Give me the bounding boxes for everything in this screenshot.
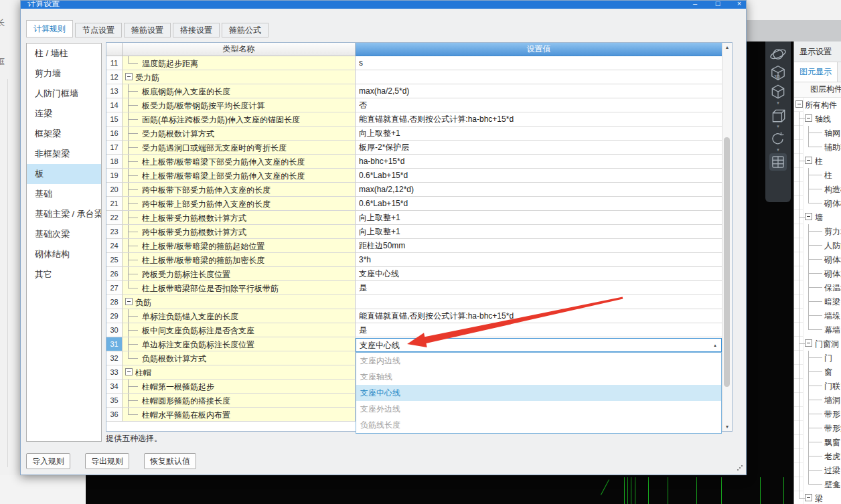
table-row[interactable]: 16 受力筋根数计算方式 向上取整+1 bbox=[106, 127, 722, 141]
tab[interactable]: 节点设置 bbox=[75, 23, 122, 37]
dropdown-option[interactable]: 支座外边线 bbox=[356, 401, 721, 417]
minimize-icon[interactable]: – bbox=[690, 1, 700, 7]
tree-item[interactable]: 人防门 bbox=[794, 238, 841, 252]
row-value-cell[interactable]: 向上取整+1 bbox=[356, 225, 722, 239]
dropdown-option[interactable]: 支座内边线 bbox=[356, 353, 721, 369]
collapse-minus-icon[interactable] bbox=[805, 157, 812, 164]
row-name-cell[interactable]: 柱上板带/板带暗梁的箍筋加密长度 bbox=[123, 253, 356, 267]
tree-item[interactable]: 飘窗 bbox=[794, 435, 841, 449]
scroll-up-icon[interactable]: ▲ bbox=[722, 45, 732, 50]
row-name-cell[interactable]: 受力筋遇洞口或端部无支座时的弯折长度 bbox=[123, 141, 356, 155]
tree-item[interactable]: 砌体柱 bbox=[794, 196, 841, 210]
tree-item[interactable]: 轴网 bbox=[794, 126, 841, 140]
row-name-cell[interactable]: 受力筋 bbox=[123, 70, 356, 84]
scroll-down-icon[interactable]: ▼ bbox=[722, 424, 732, 429]
table-row[interactable]: 19 柱上板带/板带暗梁上部受力筋伸入支座的长度 0.6*Lab+15*d bbox=[106, 169, 722, 183]
row-name-cell[interactable]: 面筋(单标注跨板受力筋)伸入支座的锚固长度 bbox=[123, 112, 356, 127]
row-name-cell[interactable]: 柱帽圆形箍筋的搭接长度 bbox=[123, 394, 356, 408]
chevron-down-icon[interactable]: ▼ bbox=[776, 101, 780, 105]
chevron-down-icon[interactable]: ▼ bbox=[776, 148, 780, 152]
collapse-minus-icon[interactable] bbox=[125, 298, 133, 305]
tree-item[interactable]: 砌体加 bbox=[794, 266, 841, 280]
category-item[interactable]: 基础主梁 / 承台梁 bbox=[27, 204, 101, 224]
row-name-cell[interactable]: 柱上板带暗梁部位是否扣除平行板带筋 bbox=[123, 281, 356, 295]
row-value-cell[interactable]: 0.6*Lab+15*d bbox=[356, 169, 722, 183]
table-row[interactable]: 21 跨中板带上部受力筋伸入支座的长度 0.6*Lab+15*d bbox=[106, 197, 722, 211]
tab[interactable]: 箍筋公式 bbox=[222, 23, 269, 37]
layout-grid-icon[interactable] bbox=[769, 153, 787, 171]
row-name-cell[interactable]: 温度筋起步距离 bbox=[123, 56, 356, 70]
tree-item[interactable]: 门联窗 bbox=[794, 379, 841, 393]
collapse-minus-icon[interactable] bbox=[805, 213, 812, 220]
collapse-minus-icon[interactable] bbox=[125, 73, 133, 80]
dialog-titlebar[interactable]: 计算设置 – □ × bbox=[21, 1, 746, 9]
row-name-cell[interactable]: 跨中板带下部受力筋伸入支座的长度 bbox=[123, 183, 356, 197]
table-row[interactable]: 12 受力筋 bbox=[106, 70, 722, 84]
tree-item[interactable]: 门 bbox=[794, 351, 841, 365]
row-name-cell[interactable]: 单标注负筋锚入支座的长度 bbox=[123, 309, 356, 323]
category-item[interactable]: 基础 bbox=[27, 184, 101, 204]
category-item[interactable]: 其它 bbox=[27, 264, 101, 284]
table-scrollbar[interactable]: ▲ ▼ bbox=[722, 43, 732, 431]
tree-item[interactable]: 墙 bbox=[794, 210, 841, 224]
orbit-icon[interactable] bbox=[769, 46, 787, 63]
row-name-cell[interactable]: 柱帽第一根箍筋起步 bbox=[123, 380, 356, 394]
table-row[interactable]: 13 板底钢筋伸入支座的长度 max(ha/2,5*d) bbox=[106, 84, 722, 98]
row-value-cell[interactable]: 0.6*Lab+15*d bbox=[356, 197, 722, 211]
chevron-down-icon[interactable]: ▼ bbox=[776, 124, 780, 129]
category-item[interactable]: 剪力墙 bbox=[27, 64, 101, 84]
row-name-cell[interactable]: 柱上板带/板带暗梁的箍筋起始位置 bbox=[123, 239, 356, 253]
scrollbar-thumb[interactable] bbox=[724, 137, 730, 387]
footer-button[interactable]: 恢复默认值 bbox=[144, 453, 196, 469]
category-item[interactable]: 砌体结构 bbox=[27, 244, 101, 264]
category-item[interactable]: 人防门框墙 bbox=[27, 84, 101, 104]
tree-item[interactable]: 带形窗 bbox=[794, 407, 841, 421]
row-name-cell[interactable]: 柱帽水平箍筋在板内布置 bbox=[123, 408, 356, 422]
row-value-cell[interactable]: 板厚-2*保护层 bbox=[356, 141, 722, 155]
row-value-cell[interactable]: s bbox=[356, 56, 722, 70]
row-value-cell[interactable]: 3*h bbox=[356, 253, 722, 267]
footer-button[interactable]: 导入规则 bbox=[26, 453, 70, 469]
table-row[interactable]: 24 柱上板带/板带暗梁的箍筋起始位置 距柱边50mm bbox=[106, 239, 722, 253]
row-name-cell[interactable]: 跨中板带受力筋根数计算方式 bbox=[123, 225, 356, 239]
row-name-cell[interactable]: 跨中板带上部受力筋伸入支座的长度 bbox=[123, 197, 356, 211]
collapse-minus-icon[interactable] bbox=[805, 114, 812, 122]
tree-item[interactable]: 柱 bbox=[794, 154, 841, 168]
tree-item[interactable]: 所有构件 bbox=[794, 98, 841, 112]
collapse-minus-icon[interactable] bbox=[805, 494, 812, 501]
viewport-bottom[interactable] bbox=[0, 475, 841, 504]
chevron-up-icon[interactable]: ▲ bbox=[713, 343, 717, 347]
tree-item[interactable]: 门窗洞 bbox=[794, 337, 841, 351]
tree-item[interactable]: 剪力墙 bbox=[794, 224, 841, 238]
tree-item[interactable]: 墙垛 bbox=[794, 309, 841, 323]
row-name-cell[interactable]: 柱帽 bbox=[123, 365, 356, 380]
row-value-cell[interactable]: max(ha/2,12*d) bbox=[356, 183, 722, 197]
tree-item[interactable]: 带形洞 bbox=[794, 421, 841, 435]
row-name-cell[interactable]: 负筋 bbox=[123, 295, 356, 309]
table-row[interactable]: 26 跨板受力筋标注长度位置 支座中心线 bbox=[106, 267, 722, 281]
tab[interactable]: 搭接设置 bbox=[173, 23, 220, 37]
category-item[interactable]: 连梁 bbox=[27, 104, 101, 124]
tree-item[interactable]: 梁 bbox=[794, 491, 841, 504]
close-icon[interactable]: × bbox=[735, 1, 744, 7]
table-row[interactable]: 23 跨中板带受力筋根数计算方式 向上取整+1 bbox=[106, 225, 722, 239]
table-row[interactable]: 25 柱上板带/板带暗梁的箍筋加密长度 3*h bbox=[106, 253, 722, 267]
tree-item[interactable]: 窗 bbox=[794, 365, 841, 379]
row-value-cell[interactable]: 距柱边50mm bbox=[356, 239, 722, 253]
category-item[interactable]: 框架梁 bbox=[27, 124, 101, 144]
tree-item[interactable]: 老虎窗 bbox=[794, 449, 841, 463]
row-name-cell[interactable]: 板底钢筋伸入支座的长度 bbox=[123, 84, 356, 98]
category-item[interactable]: 基础次梁 bbox=[27, 224, 101, 244]
category-item[interactable]: 柱 / 墙柱 bbox=[27, 44, 101, 64]
row-name-cell[interactable]: 柱上板带受力筋根数计算方式 bbox=[123, 211, 356, 225]
dropdown-option[interactable]: 负筋线长度 bbox=[356, 417, 721, 433]
table-row[interactable]: 15 面筋(单标注跨板受力筋)伸入支座的锚固长度 能直锚就直锚,否则按公式计算:… bbox=[106, 112, 722, 127]
collapse-minus-icon[interactable] bbox=[125, 368, 133, 375]
tree-item[interactable]: 壁龛 bbox=[794, 477, 841, 491]
row-value-cell[interactable]: max(ha/2,5*d) bbox=[356, 84, 722, 98]
tab[interactable]: 计算规则 bbox=[26, 20, 73, 37]
row-name-cell[interactable]: 柱上板带/板带暗梁上部受力筋伸入支座的长度 bbox=[123, 169, 356, 183]
row-value-cell[interactable]: 向上取整+1 bbox=[356, 127, 722, 141]
tree-item[interactable]: 辅助轴 bbox=[794, 140, 841, 154]
panel-tab[interactable]: 图元显示 bbox=[794, 62, 838, 82]
